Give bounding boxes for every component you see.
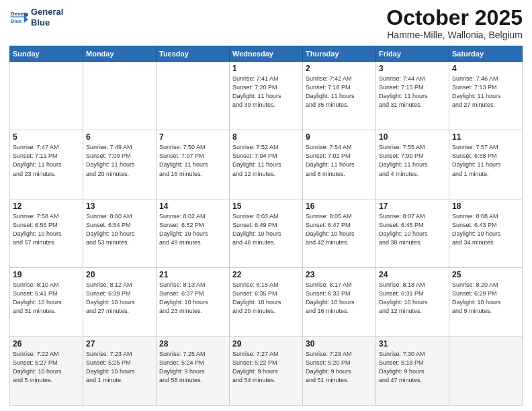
day-info: Sunrise: 8:00 AM Sunset: 6:54 PM Dayligh…: [86, 212, 153, 247]
calendar-cell: 19Sunrise: 8:10 AM Sunset: 6:41 PM Dayli…: [10, 268, 83, 336]
day-number: 25: [452, 270, 519, 279]
day-info: Sunrise: 7:57 AM Sunset: 6:58 PM Dayligh…: [452, 143, 519, 178]
day-number: 7: [159, 132, 226, 142]
day-info: Sunrise: 8:12 AM Sunset: 6:39 PM Dayligh…: [86, 281, 153, 316]
calendar-cell: 28Sunrise: 7:25 AM Sunset: 5:24 PM Dayli…: [157, 336, 230, 405]
col-header-friday: Friday: [376, 46, 449, 62]
day-info: Sunrise: 7:29 AM Sunset: 5:20 PM Dayligh…: [306, 350, 373, 385]
day-info: Sunrise: 7:23 AM Sunset: 5:25 PM Dayligh…: [86, 350, 153, 385]
day-number: 3: [379, 64, 446, 73]
day-info: Sunrise: 7:47 AM Sunset: 7:11 PM Dayligh…: [13, 143, 80, 178]
logo-line2: Blue: [31, 17, 63, 28]
day-info: Sunrise: 7:54 AM Sunset: 7:02 PM Dayligh…: [306, 143, 373, 178]
calendar-cell: 27Sunrise: 7:23 AM Sunset: 5:25 PM Dayli…: [83, 336, 157, 405]
day-info: Sunrise: 7:42 AM Sunset: 7:18 PM Dayligh…: [306, 75, 373, 109]
day-info: Sunrise: 8:08 AM Sunset: 6:43 PM Dayligh…: [452, 212, 519, 247]
day-info: Sunrise: 8:03 AM Sunset: 6:49 PM Dayligh…: [232, 212, 300, 247]
logo-text: General Blue: [31, 7, 63, 28]
day-number: 16: [306, 201, 373, 211]
day-info: Sunrise: 7:22 AM Sunset: 5:27 PM Dayligh…: [13, 350, 80, 385]
calendar-week-1: 1Sunrise: 7:41 AM Sunset: 7:20 PM Daylig…: [10, 62, 523, 130]
day-info: Sunrise: 7:58 AM Sunset: 6:56 PM Dayligh…: [13, 212, 80, 247]
day-number: 15: [232, 201, 300, 211]
day-info: Sunrise: 7:49 AM Sunset: 7:09 PM Dayligh…: [86, 143, 153, 178]
calendar-cell: [157, 62, 230, 130]
svg-text:Blue: Blue: [11, 17, 23, 24]
svg-text:General: General: [11, 10, 28, 16]
calendar-cell: 12Sunrise: 7:58 AM Sunset: 6:56 PM Dayli…: [10, 199, 83, 267]
day-number: 6: [86, 132, 153, 142]
col-header-sunday: Sunday: [10, 46, 83, 62]
day-info: Sunrise: 8:20 AM Sunset: 6:29 PM Dayligh…: [452, 281, 519, 316]
day-number: 31: [379, 339, 446, 349]
calendar-cell: 6Sunrise: 7:49 AM Sunset: 7:09 PM Daylig…: [83, 130, 157, 199]
day-info: Sunrise: 7:55 AM Sunset: 7:00 PM Dayligh…: [379, 143, 446, 178]
svg-rect-4: [11, 16, 24, 17]
calendar-cell: 23Sunrise: 8:17 AM Sunset: 6:33 PM Dayli…: [303, 268, 376, 336]
day-info: Sunrise: 8:18 AM Sunset: 6:31 PM Dayligh…: [379, 281, 446, 316]
day-number: 22: [232, 270, 300, 279]
calendar-cell: 7Sunrise: 7:50 AM Sunset: 7:07 PM Daylig…: [157, 130, 230, 199]
day-info: Sunrise: 7:44 AM Sunset: 7:15 PM Dayligh…: [379, 75, 446, 109]
calendar-cell: 30Sunrise: 7:29 AM Sunset: 5:20 PM Dayli…: [303, 336, 376, 405]
calendar-cell: 1Sunrise: 7:41 AM Sunset: 7:20 PM Daylig…: [230, 62, 303, 130]
day-number: 17: [379, 201, 446, 211]
day-info: Sunrise: 7:30 AM Sunset: 5:18 PM Dayligh…: [379, 350, 446, 385]
day-info: Sunrise: 7:41 AM Sunset: 7:20 PM Dayligh…: [232, 75, 300, 109]
day-number: 14: [159, 201, 226, 211]
day-info: Sunrise: 8:05 AM Sunset: 6:47 PM Dayligh…: [306, 212, 373, 247]
day-info: Sunrise: 8:07 AM Sunset: 6:45 PM Dayligh…: [379, 212, 446, 247]
day-number: 27: [86, 339, 153, 349]
day-number: 24: [379, 270, 446, 279]
calendar-cell: 10Sunrise: 7:55 AM Sunset: 7:00 PM Dayli…: [376, 130, 449, 199]
calendar-table: SundayMondayTuesdayWednesdayThursdayFrid…: [9, 46, 523, 406]
calendar-cell: 22Sunrise: 8:15 AM Sunset: 6:35 PM Dayli…: [230, 268, 303, 336]
day-number: 28: [159, 339, 226, 349]
calendar-cell: [449, 336, 523, 405]
day-info: Sunrise: 8:02 AM Sunset: 6:52 PM Dayligh…: [159, 212, 226, 247]
day-number: 1: [232, 64, 300, 73]
day-number: 8: [232, 132, 300, 142]
calendar-cell: [10, 62, 83, 130]
day-number: 18: [452, 201, 519, 211]
col-header-monday: Monday: [83, 46, 157, 62]
calendar-cell: 3Sunrise: 7:44 AM Sunset: 7:15 PM Daylig…: [376, 62, 449, 130]
day-number: 29: [232, 339, 300, 349]
page-container: General Blue General Blue October 2025 H…: [0, 0, 532, 411]
day-number: 23: [306, 270, 373, 279]
col-header-saturday: Saturday: [449, 46, 523, 62]
day-number: 21: [159, 270, 226, 279]
location-subtitle: Hamme-Mille, Wallonia, Belgium: [386, 30, 523, 40]
calendar-cell: 4Sunrise: 7:46 AM Sunset: 7:13 PM Daylig…: [449, 62, 523, 130]
day-info: Sunrise: 7:52 AM Sunset: 7:04 PM Dayligh…: [232, 143, 300, 178]
calendar-cell: 25Sunrise: 8:20 AM Sunset: 6:29 PM Dayli…: [449, 268, 523, 336]
calendar-cell: 31Sunrise: 7:30 AM Sunset: 5:18 PM Dayli…: [376, 336, 449, 405]
month-title: October 2025: [386, 7, 523, 28]
title-block: October 2025 Hamme-Mille, Wallonia, Belg…: [386, 7, 523, 40]
day-info: Sunrise: 7:27 AM Sunset: 5:22 PM Dayligh…: [232, 350, 300, 385]
calendar-cell: [83, 62, 157, 130]
col-header-thursday: Thursday: [303, 46, 376, 62]
calendar-cell: 8Sunrise: 7:52 AM Sunset: 7:04 PM Daylig…: [230, 130, 303, 199]
logo: General Blue General Blue: [9, 7, 63, 28]
day-number: 4: [452, 64, 519, 73]
calendar-cell: 24Sunrise: 8:18 AM Sunset: 6:31 PM Dayli…: [376, 268, 449, 336]
day-number: 11: [452, 132, 519, 142]
day-number: 5: [13, 132, 80, 142]
day-number: 19: [13, 270, 80, 279]
calendar-cell: 20Sunrise: 8:12 AM Sunset: 6:39 PM Dayli…: [83, 268, 157, 336]
header: General Blue General Blue October 2025 H…: [9, 7, 523, 40]
calendar-cell: 9Sunrise: 7:54 AM Sunset: 7:02 PM Daylig…: [303, 130, 376, 199]
calendar-cell: 21Sunrise: 8:13 AM Sunset: 6:37 PM Dayli…: [157, 268, 230, 336]
calendar-cell: 17Sunrise: 8:07 AM Sunset: 6:45 PM Dayli…: [376, 199, 449, 267]
day-info: Sunrise: 7:25 AM Sunset: 5:24 PM Dayligh…: [159, 350, 226, 385]
day-number: 13: [86, 201, 153, 211]
day-number: 26: [13, 339, 80, 349]
logo-icon: General Blue: [9, 8, 28, 27]
calendar-week-3: 12Sunrise: 7:58 AM Sunset: 6:56 PM Dayli…: [10, 199, 523, 267]
day-number: 20: [86, 270, 153, 279]
calendar-header-row: SundayMondayTuesdayWednesdayThursdayFrid…: [10, 46, 523, 62]
calendar-cell: 5Sunrise: 7:47 AM Sunset: 7:11 PM Daylig…: [10, 130, 83, 199]
day-info: Sunrise: 7:50 AM Sunset: 7:07 PM Dayligh…: [159, 143, 226, 178]
day-info: Sunrise: 8:15 AM Sunset: 6:35 PM Dayligh…: [232, 281, 300, 316]
